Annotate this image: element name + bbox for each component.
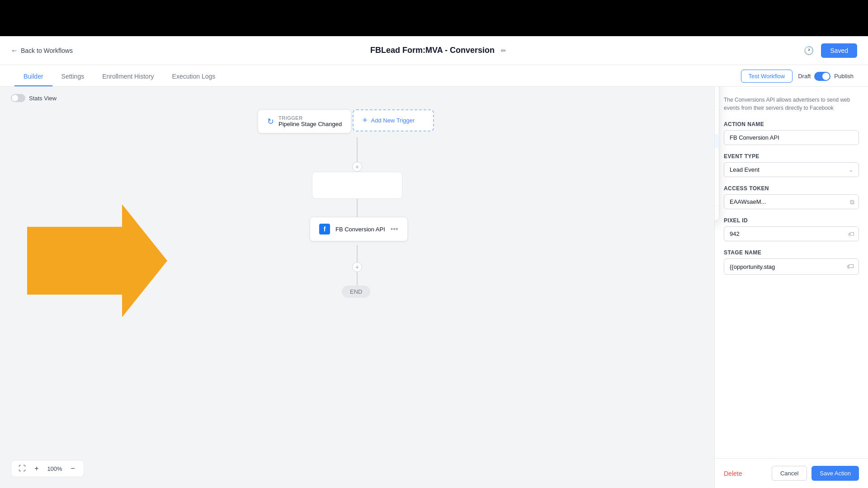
header-right: 🕐 Saved [804, 43, 857, 58]
action-name: FB Conversion API [335, 226, 385, 233]
stats-label: Stats View [29, 95, 57, 102]
stage-name-field: STAGE NAME 🏷 Opportunity › × [724, 249, 859, 275]
stats-switch[interactable] [11, 94, 25, 102]
access-token-input-wrapper: ⧉ [724, 194, 859, 209]
trigger-name: Pipeline Stage Changed [278, 121, 342, 127]
stage-tag-icon[interactable]: 🏷 [842, 259, 859, 274]
access-token-field: ACCESS TOKEN ⧉ [724, 185, 859, 209]
event-type-select-wrapper: Lead Event ⌄ [724, 162, 859, 177]
pixel-id-input-wrapper: 🏷 [724, 226, 859, 241]
orange-arrow-decoration [27, 195, 167, 328]
action-name-field: ACTION NAME [724, 121, 859, 145]
action-menu-icon[interactable]: ••• [391, 225, 398, 233]
event-type-value: Lead Event [730, 166, 760, 173]
tab-execution-logs[interactable]: Execution Logs [163, 67, 225, 86]
tabs-left: Builder Settings Enrollment History Exec… [14, 67, 224, 86]
publish-toggle[interactable] [814, 72, 830, 81]
right-panel: The Conversions API allows advertisers t… [714, 87, 868, 488]
end-node: END [342, 286, 370, 298]
action-node[interactable]: f FB Conversion API ••• [310, 217, 408, 241]
event-type-field: EVENT TYPE Lead Event ⌄ [724, 153, 859, 177]
toggle-knob [822, 73, 830, 80]
header-center: FBLead Form:MVA - Conversion ✏ [370, 46, 506, 55]
event-type-label: EVENT TYPE [724, 153, 859, 160]
event-type-select[interactable]: Lead Event ⌄ [724, 162, 859, 177]
event-type-chevron: ⌄ [849, 167, 853, 173]
connector-line-1 [357, 137, 358, 164]
dropdown-right-status[interactable]: Status [714, 148, 719, 162]
access-token-input[interactable] [724, 194, 859, 209]
dropdown-footer: ◀ ◀ ▶ ▶ [714, 206, 719, 220]
dropdown-right-stage-name[interactable]: Stage Name [714, 134, 719, 148]
access-token-label: ACCESS TOKEN [724, 185, 859, 192]
trigger-icon: ↻ [267, 117, 274, 127]
delete-button[interactable]: Delete [724, 466, 742, 481]
zoom-level: 100% [46, 465, 64, 472]
action-name-input[interactable] [724, 130, 859, 145]
scroll-right2-button[interactable]: ▶ [714, 206, 719, 220]
placeholder-node [312, 172, 402, 199]
expand-icon[interactable]: ⛶ [17, 463, 28, 474]
trigger-node[interactable]: ↻ Trigger Pipeline Stage Changed [258, 109, 351, 133]
workflow-title: FBLead Form:MVA - Conversion [370, 46, 495, 55]
test-workflow-button[interactable]: Test Workflow [741, 70, 793, 83]
add-trigger-label: Add New Trigger [371, 117, 415, 124]
zoom-in-button[interactable]: + [31, 463, 42, 474]
pixel-id-field: PIXEL ID 🏷 [724, 217, 859, 241]
history-icon[interactable]: 🕐 [804, 46, 814, 56]
svg-marker-0 [27, 204, 167, 317]
trigger-label: Trigger [278, 115, 342, 121]
tab-enrollment-history[interactable]: Enrollment History [93, 67, 163, 86]
stage-name-input[interactable] [724, 260, 842, 274]
stage-name-label: STAGE NAME [724, 249, 859, 256]
stats-knob [12, 95, 18, 101]
tabs-right: Test Workflow Draft Publish [741, 70, 854, 86]
trigger-text: Trigger Pipeline Stage Changed [278, 115, 342, 127]
panel-description: The Conversions API allows advertisers t… [724, 96, 859, 112]
edit-icon[interactable]: ✏ [501, 47, 506, 54]
facebook-icon: f [319, 224, 330, 235]
pixel-id-tag-icon[interactable]: 🏷 [848, 230, 854, 238]
zoom-out-button[interactable]: − [67, 463, 78, 474]
stats-toggle: Stats View [11, 94, 57, 102]
dropdown-body: Message › Account › Right Now › Attrib [714, 106, 719, 206]
dropdown-search [714, 87, 719, 106]
saved-button[interactable]: Saved [821, 43, 857, 58]
dropdown-right-lead-value[interactable]: Lead Value [714, 162, 719, 176]
draft-publish-toggle: Draft Publish [798, 72, 854, 81]
dropdown-right-panel: Opportunity Name Pipeline Name Stage Nam… [714, 106, 719, 206]
stage-name-input-row: 🏷 [724, 258, 859, 275]
top-bar [0, 0, 868, 36]
add-node-button-1[interactable]: + [352, 162, 362, 172]
pixel-id-input[interactable] [724, 226, 859, 241]
nav-tabs: Builder Settings Enrollment History Exec… [0, 65, 868, 87]
main-area: Stats View ↻ Trigger Pipeline Stage Chan… [0, 87, 868, 488]
cancel-button[interactable]: Cancel [772, 466, 807, 481]
connector-line-2 [357, 199, 358, 217]
header-left: ← Back to Workflows [11, 47, 73, 55]
add-node-button-2[interactable]: + [352, 262, 362, 272]
back-label: Back to Workflows [21, 47, 73, 54]
variable-dropdown: Opportunity › × Message › Ac [714, 87, 719, 221]
dropdown-right-pipeline-name[interactable]: Pipeline Name [714, 120, 719, 134]
back-to-workflows-link[interactable]: ← Back to Workflows [11, 47, 73, 55]
add-trigger-icon: + [363, 116, 368, 125]
header: ← Back to Workflows FBLead Form:MVA - Co… [0, 36, 868, 65]
tab-settings[interactable]: Settings [52, 67, 94, 86]
pixel-id-label: PIXEL ID [724, 217, 859, 224]
panel-footer: Delete Cancel Save Action [715, 458, 868, 488]
save-action-button[interactable]: Save Action [811, 466, 859, 481]
add-trigger-node[interactable]: + Add New Trigger [353, 109, 434, 131]
dropdown-right-opportunity-name[interactable]: Opportunity Name [714, 106, 719, 120]
draft-label: Draft [798, 73, 811, 80]
canvas: Stats View ↻ Trigger Pipeline Stage Chan… [0, 87, 714, 488]
back-arrow-icon: ← [11, 47, 18, 55]
publish-label: Publish [834, 73, 854, 80]
action-name-label: ACTION NAME [724, 121, 859, 127]
connector-line-4 [357, 272, 358, 286]
token-copy-icon[interactable]: ⧉ [850, 198, 854, 206]
footer-right-buttons: Cancel Save Action [772, 466, 859, 481]
tab-builder[interactable]: Builder [14, 67, 52, 86]
dropdown-right-custom-fields[interactable]: Custom Fields › [714, 176, 719, 190]
canvas-toolbar: ⛶ + 100% − [11, 460, 84, 477]
